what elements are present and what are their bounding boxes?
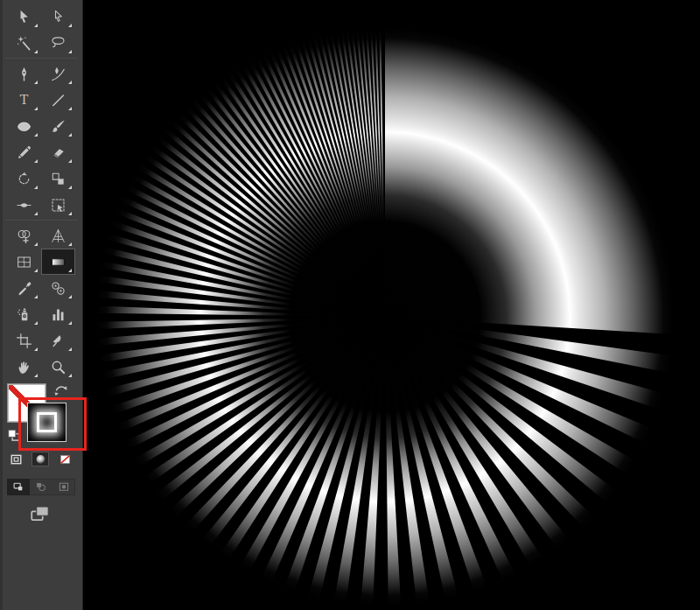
pen-icon: [16, 66, 32, 82]
tool-curvature[interactable]: [41, 60, 75, 87]
column-graph-icon: [50, 306, 66, 323]
artwork-canvas[interactable]: [83, 0, 700, 610]
tool-free-transform[interactable]: [41, 192, 75, 218]
tool-row: [0, 139, 83, 165]
tool-symbol-sprayer[interactable]: [7, 301, 41, 327]
tool-pen[interactable]: [7, 60, 41, 87]
selection-icon: [16, 9, 32, 25]
draw-inside-button[interactable]: [52, 479, 75, 495]
tool-row: [0, 192, 83, 218]
default-fill-stroke-icon[interactable]: [7, 429, 21, 442]
type-icon: T: [16, 92, 32, 109]
tool-type[interactable]: T: [7, 87, 41, 113]
tool-selection[interactable]: [7, 4, 41, 30]
tool-row: [0, 165, 83, 192]
curvature-icon: [50, 66, 66, 82]
eyedropper-icon: [16, 280, 32, 297]
tool-perspective-grid[interactable]: [41, 222, 75, 249]
none-icon: [59, 453, 72, 466]
tool-rotate[interactable]: [7, 165, 41, 192]
draw-normal-button[interactable]: [7, 479, 30, 495]
tool-mesh[interactable]: [7, 249, 41, 275]
ellipse-icon: [16, 118, 32, 135]
symbol-sprayer-icon: [16, 306, 32, 323]
rotate-icon: [16, 171, 32, 187]
tool-row: [0, 60, 83, 87]
gradient-icon: [50, 254, 66, 270]
tool-column-graph[interactable]: [41, 301, 75, 327]
tools-panel: T: [0, 0, 83, 610]
mesh-icon: [16, 254, 32, 270]
paintbrush-icon: [50, 118, 66, 135]
tool-row: [0, 354, 83, 380]
tool-row: [0, 301, 83, 327]
screen-mode-icon: [26, 502, 54, 525]
tool-pencil[interactable]: [7, 139, 41, 165]
magic-wand-icon: [16, 35, 32, 52]
tool-ellipse[interactable]: [7, 113, 41, 139]
gradient-stroke-preview: [37, 412, 57, 432]
screen-mode-button[interactable]: [26, 502, 54, 525]
svg-text:T: T: [20, 92, 29, 106]
tool-artboard[interactable]: [7, 327, 41, 354]
shape-builder-icon: [16, 228, 32, 244]
tool-paintbrush[interactable]: [41, 113, 75, 139]
tool-row: [0, 113, 83, 139]
none-button[interactable]: [56, 452, 74, 466]
tool-shape-builder[interactable]: [7, 222, 41, 249]
draw-behind-button[interactable]: [30, 479, 52, 495]
gradient-icon: [34, 453, 47, 466]
tool-lasso[interactable]: [41, 30, 75, 56]
color-button[interactable]: [7, 452, 24, 466]
scale-icon: [50, 171, 66, 187]
fill-stroke-controls: [0, 382, 83, 450]
stroke-swatch-gradient[interactable]: [27, 403, 66, 442]
tool-row: [0, 275, 83, 301]
free-transform-icon: [50, 197, 66, 214]
tool-blend[interactable]: [41, 275, 75, 301]
zoom-icon: [50, 359, 66, 375]
artboard-icon: [16, 333, 32, 349]
eraser-icon: [50, 144, 66, 161]
direct-selection-icon: [50, 9, 66, 25]
perspective-grid-icon: [50, 228, 66, 244]
tool-scale[interactable]: [41, 165, 75, 192]
tool-gradient[interactable]: [41, 249, 75, 275]
tool-grid: T: [0, 4, 83, 380]
swap-fill-stroke-icon[interactable]: [52, 382, 70, 396]
tool-row: T: [0, 87, 83, 113]
tool-hand[interactable]: [7, 354, 41, 380]
draw-behind-icon: [35, 481, 47, 493]
gradient-button[interactable]: [32, 452, 49, 466]
hand-icon: [16, 359, 32, 375]
width-tool-icon: [16, 197, 32, 214]
tool-width-tool[interactable]: [7, 192, 41, 218]
slice-icon: [50, 333, 66, 349]
tool-direct-selection[interactable]: [41, 4, 75, 30]
tool-magic-wand[interactable]: [7, 30, 41, 56]
draw-inside-icon: [58, 481, 70, 493]
tool-eyedropper[interactable]: [7, 275, 41, 301]
tool-row: [0, 222, 83, 249]
color-icon: [10, 453, 23, 466]
illustrator-window: T: [0, 0, 700, 610]
tool-zoom[interactable]: [41, 354, 75, 380]
tool-row: [0, 30, 83, 56]
tool-line-segment[interactable]: [41, 87, 75, 113]
line-segment-icon: [50, 92, 66, 109]
tool-row: [0, 249, 83, 275]
drawing-mode-bar: [7, 479, 75, 495]
blend-icon: [50, 280, 66, 297]
lasso-icon: [50, 35, 66, 52]
tool-row: [0, 4, 83, 30]
pencil-icon: [16, 144, 32, 161]
paint-type-buttons: [7, 452, 74, 466]
tool-slice[interactable]: [41, 327, 75, 354]
tool-row: [0, 327, 83, 354]
draw-normal-icon: [12, 481, 24, 493]
tool-eraser[interactable]: [41, 139, 75, 165]
